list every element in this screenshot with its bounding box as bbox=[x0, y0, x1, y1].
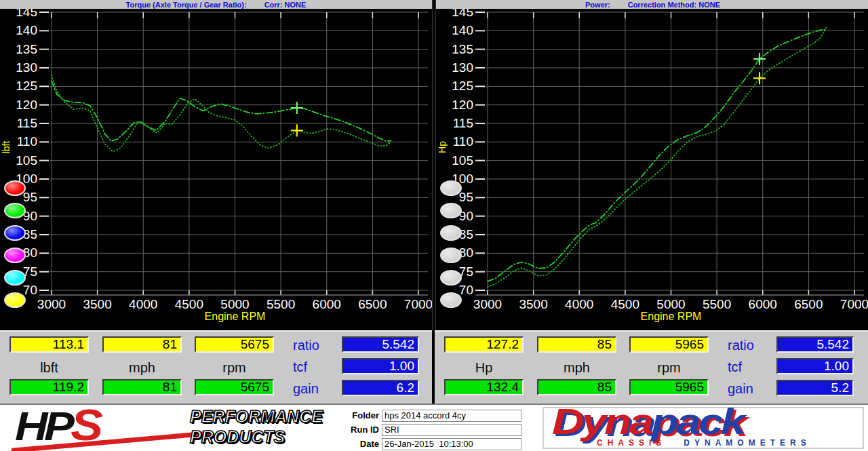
run-selector-button-5[interactable] bbox=[4, 270, 26, 286]
svg-text:145: 145 bbox=[16, 9, 37, 19]
gain-value-field: 5.2 bbox=[776, 380, 854, 396]
dynapack-dyna: Dyna bbox=[552, 401, 651, 442]
folder-input[interactable]: hps 2014 accord 4cy bbox=[382, 410, 521, 422]
tcf-value-field: 1.00 bbox=[342, 358, 419, 374]
run-selector-button-2[interactable] bbox=[4, 203, 26, 218]
ratio-value-field: 5.542 bbox=[342, 336, 419, 353]
torque-chart-plot[interactable]: 7075808590951001051101151201251301351401… bbox=[0, 9, 432, 330]
torque-title: Torque (Axle Torque / Gear Ratio): bbox=[126, 1, 247, 9]
speed-unit-label: mph bbox=[102, 360, 182, 376]
run-selector-button-4[interactable] bbox=[440, 248, 462, 263]
svg-text:125: 125 bbox=[452, 79, 473, 93]
svg-text:7000: 7000 bbox=[404, 297, 432, 311]
svg-text:130: 130 bbox=[16, 60, 37, 75]
power-correction-label: Correction Method: NONE bbox=[628, 1, 720, 9]
svg-text:105: 105 bbox=[16, 153, 37, 168]
svg-text:3500: 3500 bbox=[519, 297, 547, 311]
gain-label: gain bbox=[293, 381, 340, 397]
power-title: Power: bbox=[585, 1, 610, 9]
dynapack-pack: pack bbox=[651, 401, 743, 442]
dynapack-chassis-text: CHASSIS bbox=[597, 438, 666, 448]
power-baseline-value-field: 127.2 bbox=[444, 336, 524, 353]
gain-value-field: 6.2 bbox=[342, 380, 419, 396]
svg-text:6000: 6000 bbox=[313, 297, 341, 311]
svg-text:140: 140 bbox=[16, 23, 37, 37]
svg-text:3500: 3500 bbox=[83, 297, 111, 311]
folder-label: Folder bbox=[337, 410, 379, 420]
run-selector-button-5[interactable] bbox=[440, 270, 462, 286]
date-row: Date 26-Jan-2015 10:13:00 bbox=[337, 437, 521, 451]
svg-text:125: 125 bbox=[16, 79, 37, 93]
svg-text:4500: 4500 bbox=[611, 297, 639, 311]
svg-text:3000: 3000 bbox=[473, 297, 502, 311]
power-sri-value-field: 132.4 bbox=[444, 379, 524, 395]
rpm-unit-label: rpm bbox=[195, 360, 274, 376]
torque-y-axis-label: lbft bbox=[1, 127, 12, 168]
svg-text:145: 145 bbox=[452, 9, 473, 19]
power-title-bar: Power: Correction Method: NONE bbox=[436, 0, 868, 9]
svg-text:5500: 5500 bbox=[703, 297, 731, 311]
svg-text:5500: 5500 bbox=[267, 297, 295, 311]
gain-label: gain bbox=[728, 381, 775, 397]
svg-text:115: 115 bbox=[17, 116, 37, 130]
torque-sri-speed-field: 81 bbox=[102, 379, 182, 395]
svg-text:130: 130 bbox=[452, 60, 473, 75]
dynapack-subtitle: CHASSISDYNAMOMETERS bbox=[597, 438, 811, 448]
svg-text:6500: 6500 bbox=[794, 297, 823, 311]
power-chart-panel: Power: Correction Method: NONE 707580859… bbox=[435, 0, 868, 330]
tcf-value-field: 1.00 bbox=[776, 358, 854, 374]
svg-text:135: 135 bbox=[16, 42, 37, 56]
power-baseline-speed-field: 85 bbox=[537, 336, 616, 353]
svg-text:6000: 6000 bbox=[749, 297, 777, 311]
dynapack-logo: Dynapack CHASSISDYNAMOMETERS bbox=[542, 407, 864, 449]
svg-text:115: 115 bbox=[453, 116, 473, 130]
power-x-axis-label: Engine RPM bbox=[488, 311, 854, 323]
svg-text:5000: 5000 bbox=[656, 297, 685, 311]
run-selector-button-3[interactable] bbox=[4, 225, 26, 241]
power-readout-panel: 127.2 85 5965 Hp mph rpm 132.4 85 5965 r… bbox=[435, 330, 868, 404]
svg-text:6500: 6500 bbox=[358, 297, 387, 311]
torque-x-axis-label: Engine RPM bbox=[52, 311, 418, 323]
run-selector-button-1[interactable] bbox=[440, 180, 462, 196]
torque-plot-svg: 7075808590951001051101151201251301351401… bbox=[0, 9, 432, 330]
runid-input[interactable]: SRI bbox=[382, 424, 521, 436]
hps-products-text: PRODUCTS bbox=[190, 427, 323, 447]
run-selector-button-3[interactable] bbox=[440, 225, 462, 241]
torque-correction-label: Corr: NONE bbox=[264, 1, 307, 9]
svg-text:110: 110 bbox=[453, 134, 473, 149]
power-unit-label: Hp bbox=[444, 360, 524, 376]
folder-row: Folder hps 2014 accord 4cy bbox=[337, 408, 521, 423]
hps-logo-s: S bbox=[71, 401, 99, 450]
hps-logo-tagline: PERFORMANCE PRODUCTS bbox=[190, 406, 323, 447]
power-chart-plot[interactable]: 7075808590951001051101151201251301351401… bbox=[436, 9, 868, 330]
svg-text:4000: 4000 bbox=[129, 297, 157, 311]
power-y-axis-label: Hp bbox=[437, 127, 448, 168]
run-selector-button-6[interactable] bbox=[440, 292, 462, 308]
footer-bar: HPS PERFORMANCE PRODUCTS Folder hps 2014… bbox=[0, 404, 868, 451]
ratio-value-field: 5.542 bbox=[776, 336, 854, 353]
torque-baseline-speed-field: 81 bbox=[102, 336, 182, 353]
torque-sri-rpm-field: 5675 bbox=[195, 379, 274, 395]
power-plot-svg: 7075808590951001051101151201251301351401… bbox=[436, 9, 868, 330]
speed-unit-label: mph bbox=[537, 360, 616, 376]
svg-text:120: 120 bbox=[452, 98, 473, 112]
date-input[interactable]: 26-Jan-2015 10:13:00 bbox=[382, 438, 521, 450]
torque-baseline-value-field: 113.1 bbox=[9, 336, 89, 353]
run-selector-button-1[interactable] bbox=[4, 180, 26, 196]
svg-text:135: 135 bbox=[452, 42, 473, 56]
torque-run-selector-column bbox=[4, 180, 28, 315]
svg-text:5000: 5000 bbox=[220, 297, 249, 311]
rpm-unit-label: rpm bbox=[629, 360, 709, 376]
run-selector-button-4[interactable] bbox=[4, 248, 26, 263]
run-selector-button-2[interactable] bbox=[440, 203, 462, 218]
dynapack-logo-text: Dynapack bbox=[552, 400, 743, 442]
svg-text:120: 120 bbox=[16, 98, 37, 112]
date-label: Date bbox=[337, 439, 379, 449]
run-selector-button-6[interactable] bbox=[4, 292, 26, 308]
svg-text:7000: 7000 bbox=[840, 297, 868, 311]
power-sri-speed-field: 85 bbox=[537, 379, 616, 395]
svg-text:4000: 4000 bbox=[565, 297, 593, 311]
torque-unit-label: lbft bbox=[9, 360, 89, 376]
run-info-block: Folder hps 2014 accord 4cy Run ID SRI Da… bbox=[337, 408, 521, 451]
hps-logo: HPS PERFORMANCE PRODUCTS bbox=[4, 406, 323, 449]
